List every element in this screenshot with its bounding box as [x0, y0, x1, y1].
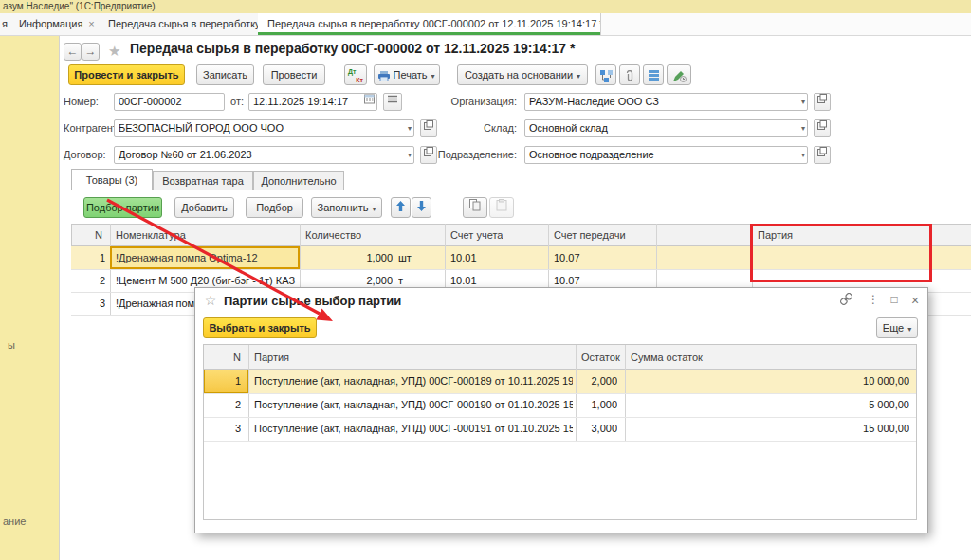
batch-row-rest[interactable]: 2,000 — [576, 370, 617, 393]
tab-label: Передача сырья в переработку 00СГ-000002… — [258, 18, 601, 29]
tab-transfer-document[interactable]: Передача сырья в переработку 00СГ-000002… — [258, 13, 601, 35]
number-label: Номер: — [64, 93, 99, 111]
write-button[interactable]: Записать — [196, 64, 254, 85]
dropdown-icon: ▾ — [431, 72, 435, 81]
table-row-transfer-account[interactable]: 10.07 — [554, 246, 649, 269]
left-panel-item-fragment[interactable]: ание — [3, 515, 26, 527]
printer-icon — [378, 71, 390, 81]
counterparty-field[interactable]: БЕЗОПАСНЫЙ ГОРОД ООО ЧОО▾ — [114, 119, 414, 137]
open-icon — [817, 147, 827, 156]
batch-row-n[interactable]: 2 — [204, 393, 241, 417]
organization-field[interactable]: РАЗУМ-Наследие ООО СЗ▾ — [524, 93, 808, 111]
table-row-n[interactable]: 3 — [71, 292, 105, 315]
batch-row-rest[interactable]: 3,000 — [576, 417, 617, 441]
col-header-sum[interactable]: Сумма остаток — [625, 345, 916, 370]
panel-divider — [59, 36, 60, 560]
col-header-n[interactable]: N — [71, 224, 102, 246]
post-button[interactable]: Провести — [263, 64, 325, 85]
back-button[interactable]: ← — [64, 43, 82, 61]
fill-button[interactable]: Заполнить▾ — [311, 197, 382, 218]
department-field[interactable]: Основное подразделение▾ — [524, 146, 808, 164]
warehouse-label: Склад: — [408, 119, 517, 137]
table-row-qty[interactable]: 1,000 — [300, 246, 393, 269]
col-header-item[interactable]: Номенклатура — [116, 224, 186, 246]
focused-cell[interactable]: !Дренажная помпа Optima-12 — [110, 246, 300, 269]
dropdown-icon[interactable]: ▾ — [801, 120, 805, 136]
batch-row-n[interactable]: 3 — [204, 417, 241, 441]
tab-label: Передача сырья в переработку — [99, 18, 259, 29]
favorite-star-icon[interactable]: ★ — [108, 43, 120, 60]
dropdown-icon[interactable]: ▾ — [801, 94, 805, 110]
dropdown-icon: ▾ — [373, 205, 376, 213]
dropdown-icon[interactable]: ▾ — [801, 147, 805, 163]
table-row-unit[interactable]: шт — [398, 246, 436, 269]
left-panel-item-fragment[interactable]: ы — [8, 339, 15, 351]
add-row-button[interactable]: Добавить — [174, 197, 234, 218]
forward-button[interactable]: → — [82, 43, 100, 61]
batch-row-batch[interactable]: Поступление (акт, накладная, УПД) 00СГ-0… — [254, 370, 573, 393]
paste-button[interactable] — [489, 197, 514, 218]
forward-icon: → — [85, 45, 97, 58]
grid-line — [204, 393, 916, 394]
list-icon — [388, 95, 397, 103]
batch-row-sum[interactable]: 5 000,00 — [625, 393, 909, 417]
batch-row-rest[interactable]: 1,000 — [576, 393, 617, 417]
batch-row-n[interactable]: 1 — [204, 370, 241, 393]
copy-button[interactable] — [463, 197, 487, 218]
favorite-star-icon[interactable]: ☆ — [203, 293, 218, 308]
col-header-batch[interactable]: Партия — [248, 345, 576, 370]
edit-history-button[interactable] — [667, 64, 691, 85]
back-icon: ← — [67, 45, 79, 58]
contract-field[interactable]: Договор №60 от 21.06.2023▾ — [114, 146, 414, 164]
calendar-icon[interactable] — [364, 94, 375, 110]
batch-row-sum[interactable]: 10 000,00 — [625, 370, 909, 393]
copy-icon — [469, 199, 481, 211]
menu-dots-icon[interactable]: ⋮ — [866, 293, 881, 306]
table-row-account[interactable]: 10.01 — [450, 246, 545, 269]
select-and-close-button[interactable]: Выбрать и закрыть — [203, 317, 317, 338]
batch-row-batch[interactable]: Поступление (акт, накладная, УПД) 00СГ-0… — [254, 417, 573, 441]
tab-label: Информация — [9, 18, 88, 29]
number-field[interactable]: 00СГ-000002 — [114, 93, 225, 111]
get-link-icon[interactable] — [838, 293, 853, 308]
close-icon[interactable]: × — [907, 293, 923, 308]
tab-transfer-list[interactable]: Передача сырья в переработку× — [99, 13, 259, 35]
table-row-n[interactable]: 2 — [71, 269, 105, 292]
post-and-close-button[interactable]: Провести и закрыть — [68, 64, 185, 85]
dropdown-icon: ▾ — [577, 72, 580, 81]
pick-button[interactable]: Подбор — [246, 197, 303, 218]
related-documents-button[interactable] — [595, 64, 616, 85]
dtkt-button[interactable]: Дт Кт — [344, 64, 367, 85]
pick-batches-button[interactable]: Подбор партии — [83, 197, 162, 218]
date-field[interactable]: 12.11.2025 19:14:17 — [248, 93, 377, 111]
batches-table: N Партия Остаток Сумма остаток 1 Поступл… — [203, 344, 917, 520]
open-icon — [817, 120, 827, 130]
batch-row-batch[interactable]: Поступление (акт, накладная, УПД) 00СГ-0… — [254, 393, 573, 417]
print-button[interactable]: Печать▾ — [374, 64, 440, 85]
col-header-rest[interactable]: Остаток — [576, 345, 625, 370]
tab-information[interactable]: Информация× — [9, 13, 100, 35]
open-list-button[interactable] — [383, 93, 402, 111]
table-row-n[interactable]: 1 — [71, 246, 105, 269]
move-row-up-button[interactable] — [391, 197, 411, 218]
attachments-button[interactable] — [619, 64, 640, 85]
col-header-qty[interactable]: Количество — [305, 224, 361, 246]
col-header-account[interactable]: Счет учета — [450, 224, 503, 246]
move-row-down-button[interactable] — [412, 197, 431, 218]
tab-additional[interactable]: Дополнительно — [253, 171, 344, 190]
more-button[interactable]: Еще▾ — [876, 317, 918, 338]
tab-returnable-packaging[interactable]: Возвратная тара — [153, 171, 253, 190]
warehouse-open-button[interactable] — [814, 119, 831, 137]
application-window: азум Наследие" (1С:Предприятие) я Информ… — [0, 0, 971, 560]
batch-row-sum[interactable]: 15 000,00 — [625, 417, 909, 441]
department-open-button[interactable] — [814, 146, 831, 164]
register-records-button[interactable] — [643, 64, 664, 85]
col-header-n[interactable]: N — [204, 345, 248, 370]
maximize-icon[interactable]: □ — [887, 293, 902, 306]
arrow-down-icon — [417, 201, 426, 211]
col-header-transfer-account[interactable]: Счет передачи — [554, 224, 626, 246]
tab-goods[interactable]: Товары (3) — [71, 169, 153, 190]
organization-open-button[interactable] — [814, 93, 831, 111]
create-based-on-button[interactable]: Создать на основании▾ — [457, 64, 588, 85]
warehouse-field[interactable]: Основной склад▾ — [524, 119, 808, 137]
